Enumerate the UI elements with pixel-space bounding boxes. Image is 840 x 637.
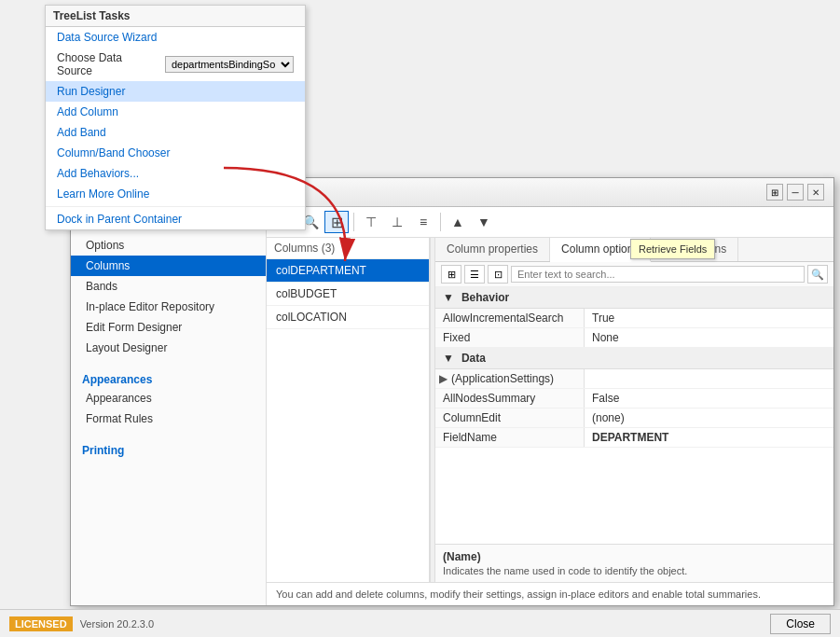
designer-toolbar: ≡ 🔍 ⊞ ⊤ ⊥ ≡ ▲ [267,207,833,238]
prop-info-desc: Indicates the name used in code to ident… [443,565,826,576]
sidebar-item-columns[interactable]: Columns [71,256,266,276]
prop-info-name: (Name) [443,550,826,563]
toolbar-move-up-btn[interactable]: ▲ [446,211,470,233]
tab-column-properties[interactable]: Column properties [435,238,550,261]
prop-row-allow-incremental-search: AllowIncrementalSearch True [435,309,833,328]
titlebar-close-btn[interactable]: ✕ [807,184,824,201]
prop-name-all-nodes-summary[interactable]: AllNodesSummary [435,389,585,408]
prop-row-all-nodes-summary: AllNodesSummary False [435,389,833,409]
context-menu: TreeList Tasks Data Source Wizard Choose… [45,5,306,230]
choose-data-source-select[interactable]: departmentsBindingSo [165,56,294,73]
prop-name-column-edit[interactable]: ColumnEdit [435,409,585,427]
menu-item-learn-more-online[interactable]: Learn More Online [46,184,305,204]
sidebar-section-appearances: Appearances [71,367,266,388]
prop-group-behavior: ▼ Behavior [435,287,833,309]
designer-sidebar: Main Options Columns Bands In-place Edit… [71,207,267,605]
prop-tool-btn-2[interactable]: ☰ [464,265,485,284]
prop-value-column-edit[interactable]: (none) [585,409,833,427]
designer-content: Columns (3) colDEPARTMENT colBUDGET colL… [267,238,833,582]
designer-window: TreeList Designer Columns ⊞ ─ ✕ Main Opt… [70,177,834,606]
menu-item-dock-in-parent[interactable]: Dock in Parent Container [46,209,305,229]
prop-tool-btn-3[interactable]: ⊡ [488,265,508,284]
prop-row-column-edit: ColumnEdit (none) [435,409,833,428]
toolbar-tooltip: Retrieve Fields [630,239,715,259]
prop-name-fixed[interactable]: Fixed [435,328,585,347]
status-licensed-badge: LICENSED [9,616,73,631]
prop-name-allow-incremental-search[interactable]: AllowIncrementalSearch [435,309,585,327]
sidebar-section-printing: Printing [71,438,266,459]
column-item-budget[interactable]: colBUDGET [267,283,429,306]
move-up-icon: ▲ [451,215,464,229]
sidebar-item-layout-designer[interactable]: Layout Designer [71,338,266,358]
status-close-button[interactable]: Close [770,614,831,634]
toolbar-separator-2 [440,213,441,231]
data-collapse-icon[interactable]: ▼ [443,352,454,365]
prop-value-all-nodes-summary[interactable]: False [585,389,833,408]
columns-list: colDEPARTMENT colBUDGET colLOCATION [267,259,429,582]
columns-panel-title: Columns (3) [267,238,429,259]
menu-item-column-band-chooser[interactable]: Column/Band Chooser [46,143,305,163]
prop-value-allow-incremental-search[interactable]: True [585,309,833,327]
behavior-collapse-icon[interactable]: ▼ [443,291,454,304]
context-menu-title: TreeList Tasks [46,6,305,27]
retrieve-fields-icon: ⊞ [331,214,343,231]
toolbar-align-middle-btn[interactable]: ⊥ [385,211,409,233]
titlebar-controls: ⊞ ─ ✕ [766,184,824,201]
menu-item-run-designer[interactable]: Run Designer [46,81,305,102]
align-middle-icon: ⊥ [392,215,403,229]
titlebar-grid-btn[interactable]: ⊞ [766,184,783,201]
sidebar-item-edit-form-designer[interactable]: Edit Form Designer [71,317,266,338]
expand-arrow-icon[interactable]: ▶ [439,372,448,385]
menu-separator [46,206,305,207]
menu-item-choose-data-source: Choose Data Source departmentsBindingSo [46,48,305,81]
properties-search[interactable] [511,266,805,283]
column-item-department[interactable]: colDEPARTMENT [267,259,429,283]
designer-description: You can add and delete columns, modify t… [267,582,833,605]
align-top-icon: ⊤ [365,215,377,229]
toolbar-retrieve-fields-btn[interactable]: ⊞ [324,211,349,233]
designer-body: Main Options Columns Bands In-place Edit… [71,207,833,605]
choose-data-source-label: Choose Data Source [57,51,158,77]
menu-item-add-behaviors[interactable]: Add Behaviors... [46,163,305,184]
prop-group-data: ▼ Data [435,348,833,369]
properties-toolbar: ⊞ ☰ ⊡ 🔍 [435,262,833,287]
properties-panel: Column properties Column options Filter … [435,238,833,582]
prop-info: (Name) Indicates the name used in code t… [435,544,833,582]
titlebar-minimize-btn[interactable]: ─ [787,184,804,201]
prop-search-btn[interactable]: 🔍 [807,265,828,284]
prop-value-fixed[interactable]: None [585,328,833,347]
designer-main: ≡ 🔍 ⊞ ⊤ ⊥ ≡ ▲ [267,207,833,605]
toolbar-separator-1 [353,213,354,231]
sidebar-item-format-rules[interactable]: Format Rules [71,409,266,429]
prop-row-application-settings: ▶ (ApplicationSettings) [435,369,833,389]
menu-item-data-source-wizard[interactable]: Data Source Wizard [46,27,305,48]
columns-panel: Columns (3) colDEPARTMENT colBUDGET colL… [267,238,430,582]
sidebar-item-appearances[interactable]: Appearances [71,388,266,409]
menu-item-add-column[interactable]: Add Column [46,102,305,122]
menu-item-add-band[interactable]: Add Band [46,122,305,143]
prop-value-field-name[interactable]: DEPARTMENT [585,428,833,447]
properties-table: ▼ Behavior AllowIncrementalSearch True F… [435,287,833,544]
align-bottom-icon: ≡ [420,215,427,229]
prop-row-field-name: FieldName DEPARTMENT [435,428,833,448]
toolbar-align-top-btn[interactable]: ⊤ [359,211,383,233]
behavior-group-label: Behavior [461,291,509,304]
prop-name-field-name[interactable]: FieldName [435,428,585,447]
sidebar-item-bands[interactable]: Bands [71,276,266,297]
status-bar: LICENSED Version 20.2.3.0 Close [0,609,840,637]
status-version: Version 20.2.3.0 [80,618,155,630]
toolbar-move-down-btn[interactable]: ▼ [472,211,496,233]
data-group-label: Data [461,352,486,365]
sidebar-item-options[interactable]: Options [71,235,266,256]
column-item-location[interactable]: colLOCATION [267,306,429,329]
prop-name-application-settings[interactable]: ▶ (ApplicationSettings) [435,369,585,388]
toolbar-align-bottom-btn[interactable]: ≡ [411,211,435,233]
prop-value-application-settings[interactable] [585,369,833,388]
sidebar-item-inplace-editor[interactable]: In-place Editor Repository [71,297,266,317]
prop-tool-btn-1[interactable]: ⊞ [441,265,461,284]
prop-row-fixed: Fixed None [435,328,833,348]
move-down-icon: ▼ [477,215,490,229]
